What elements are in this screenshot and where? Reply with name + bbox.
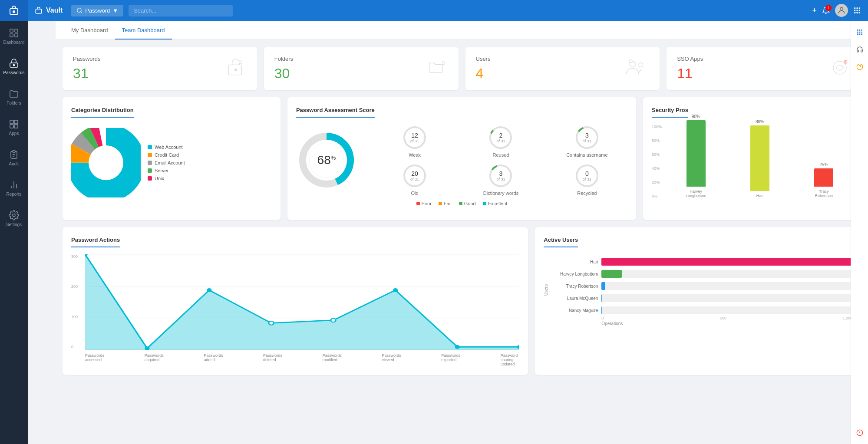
svg-rect-80 bbox=[857, 33, 858, 35]
x-label-7: Passwordsharingupdated bbox=[501, 353, 518, 366]
legend-email: Email Account bbox=[148, 160, 185, 165]
legend-fair: Fair bbox=[439, 201, 452, 206]
hbar-label-laura: Laura McQueen bbox=[550, 296, 598, 301]
folder-stat-icon bbox=[426, 57, 448, 80]
right-panel-headset-icon[interactable] bbox=[852, 42, 868, 57]
sso-stat-icon bbox=[829, 57, 851, 80]
sidebar-item-reports-label: Reports bbox=[6, 192, 21, 197]
filter-dropdown[interactable]: Password ▼ bbox=[71, 5, 123, 16]
x-label-5: Passwordsviewed bbox=[382, 353, 401, 366]
ring-old: 20 of 31 bbox=[402, 163, 428, 189]
bar-fill-harvey bbox=[686, 120, 706, 187]
hbar-track-harvey bbox=[601, 270, 852, 278]
svg-rect-25 bbox=[859, 7, 860, 9]
metric-reused-num: 2 bbox=[496, 132, 505, 139]
metric-old: 20 of 31 Old bbox=[374, 163, 455, 196]
bar-harvey: 90% HarveyLongbottom bbox=[667, 114, 724, 198]
x-label-0: Passwordsaccessed bbox=[85, 353, 104, 366]
legend-server: Server bbox=[148, 168, 185, 173]
sidebar-item-passwords[interactable]: Passwords bbox=[0, 51, 28, 82]
password-stat-icon bbox=[225, 57, 247, 80]
sidebar-item-settings[interactable]: Settings bbox=[0, 203, 28, 234]
svg-rect-10 bbox=[10, 125, 13, 128]
legend-label-email: Email Account bbox=[155, 160, 185, 165]
leg-dot-poor bbox=[416, 202, 420, 205]
ring-dictionary: 3 of 31 bbox=[488, 163, 514, 189]
stat-sso-value: 11 bbox=[677, 66, 703, 82]
legend-poor: Poor bbox=[416, 201, 432, 206]
tab-my-dashboard[interactable]: My Dashboard bbox=[64, 22, 115, 39]
metric-weak-num: 12 bbox=[410, 132, 419, 139]
right-panel-alert-icon[interactable] bbox=[852, 425, 868, 441]
apps-grid-button[interactable] bbox=[853, 7, 861, 14]
y-axis: 100% 80% 60% 40% 20% 0% bbox=[652, 125, 666, 198]
content-area: Passwords 31 Folders 30 bbox=[56, 40, 868, 382]
sidebar-item-folders[interactable]: Folders bbox=[0, 82, 28, 112]
assessment-content: 68% 12 bbox=[296, 125, 627, 206]
stats-row: Passwords 31 Folders 30 bbox=[63, 47, 861, 90]
legend-excellent: Excellent bbox=[483, 201, 508, 206]
hbar-hari: Hari bbox=[550, 258, 852, 266]
svg-point-47 bbox=[89, 145, 123, 180]
svg-point-22 bbox=[840, 7, 843, 10]
sidebar-item-reports[interactable]: Reports bbox=[0, 173, 28, 203]
pie-legend: Web Account Credit Card Email Account bbox=[148, 145, 185, 181]
svg-rect-78 bbox=[859, 32, 860, 33]
legend-label-server: Server bbox=[155, 168, 168, 173]
metric-dictionary-sub: of 31 bbox=[496, 177, 505, 181]
assessment-title: Password Assessment Score bbox=[296, 107, 375, 118]
assessment-chart-card: Password Assessment Score bbox=[287, 97, 636, 220]
svg-rect-75 bbox=[859, 30, 860, 31]
sidebar-item-settings-label: Settings bbox=[6, 222, 22, 227]
hbar-fill-tracy bbox=[601, 282, 605, 290]
tab-team-dashboard[interactable]: Team Dashboard bbox=[115, 22, 172, 39]
svg-point-69 bbox=[269, 321, 274, 325]
stat-card-folders: Folders 30 bbox=[264, 47, 459, 90]
stat-sso-label: SSO Apps bbox=[677, 56, 703, 62]
stat-card-sso: SSO Apps 11 bbox=[667, 47, 861, 90]
active-users-title: Active Users bbox=[544, 237, 578, 247]
sidebar-item-apps[interactable]: Apps bbox=[0, 112, 28, 142]
metric-old-num: 20 bbox=[410, 170, 419, 177]
svg-rect-74 bbox=[857, 30, 858, 31]
svg-point-33 bbox=[234, 69, 237, 71]
app-logo[interactable] bbox=[0, 0, 28, 21]
axis-500: 500 bbox=[720, 316, 726, 320]
app-brand: Vault bbox=[35, 7, 63, 14]
svg-point-18 bbox=[13, 214, 15, 217]
svg-rect-4 bbox=[10, 34, 13, 37]
sidebar-item-audit[interactable]: Audit bbox=[0, 142, 28, 173]
svg-rect-29 bbox=[854, 12, 855, 13]
hbar-label-nancy: Nancy Maguire bbox=[550, 308, 598, 313]
svg-rect-81 bbox=[859, 33, 860, 35]
add-button[interactable]: + bbox=[812, 6, 817, 15]
stat-folders-label: Folders bbox=[274, 56, 293, 62]
bottom-row: Password Actions 300 200 100 0 bbox=[63, 227, 861, 375]
metric-weak-sub: of 31 bbox=[410, 139, 419, 143]
right-panel-help-icon[interactable] bbox=[852, 59, 868, 75]
svg-point-34 bbox=[239, 61, 242, 64]
notification-button[interactable]: 1 bbox=[822, 7, 830, 14]
stat-users-value: 4 bbox=[476, 66, 491, 82]
legend-dot-email bbox=[148, 161, 152, 165]
line-chart-container: 300 200 100 0 bbox=[71, 254, 519, 366]
categories-title: Categories Distribution bbox=[71, 107, 134, 118]
metric-recycled: 0 of 31 Recycled bbox=[547, 163, 627, 196]
right-panel bbox=[851, 21, 868, 444]
stat-card-users: Users 4 bbox=[465, 47, 660, 90]
metric-old-sub: of 31 bbox=[410, 177, 419, 181]
pie-chart-svg bbox=[71, 128, 141, 197]
active-users-y-label: Users bbox=[544, 284, 548, 296]
sidebar-item-dashboard[interactable]: Dashboard bbox=[0, 21, 28, 51]
right-panel-grid-icon[interactable] bbox=[852, 24, 868, 40]
ring-weak: 12 of 31 bbox=[402, 125, 428, 151]
bar-label-harvey: 90% bbox=[692, 114, 700, 119]
metric-recycled-sub: of 31 bbox=[583, 177, 591, 181]
hbar-nancy: Nancy Maguire bbox=[550, 306, 852, 314]
user-avatar[interactable] bbox=[835, 4, 848, 17]
search-input[interactable] bbox=[129, 5, 233, 16]
categories-chart-card: Categories Distribution bbox=[63, 97, 281, 220]
svg-point-66 bbox=[85, 254, 88, 256]
svg-rect-23 bbox=[854, 7, 855, 9]
sidebar-item-folders-label: Folders bbox=[7, 101, 21, 105]
